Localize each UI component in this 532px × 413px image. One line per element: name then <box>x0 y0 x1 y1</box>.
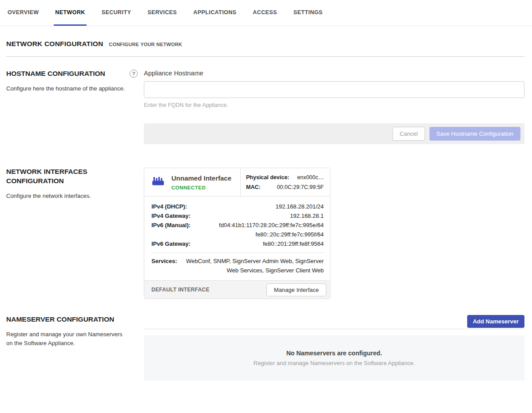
nameserver-empty-state: No Nameservers are configured. Register … <box>144 335 524 381</box>
hostname-configuration-section: HOSTNAME CONFIGURATION ? Configure here … <box>6 69 524 144</box>
ipv4-dhcp-row: IPv4 (DHCP): 192.168.28.201/24 <box>151 202 324 211</box>
card-body-divider <box>151 252 324 253</box>
services-value: WebConf, SNMP, SignServer Admin Web, Sig… <box>182 256 324 275</box>
hostname-section-title: HOSTNAME CONFIGURATION <box>6 69 105 79</box>
nameserver-section-description: Register and manage your own Nameservers… <box>6 330 130 348</box>
interfaces-section-description: Configure the network interfaces. <box>6 192 130 201</box>
interface-identity: Unnamed Interface CONNECTED <box>144 168 240 196</box>
top-tab-bar: OVERVIEW NETWORK SECURITY SERVICES APPLI… <box>0 0 532 26</box>
ipv6-gateway-row: IPv6 Gateway: fe80::201:29ff:fe8f:9564 <box>151 239 324 248</box>
tab-network[interactable]: NETWORK <box>54 0 86 26</box>
add-nameserver-button[interactable]: Add Nameserver <box>467 315 524 328</box>
tab-services[interactable]: SERVICES <box>146 0 178 26</box>
appliance-hostname-label: Appliance Hostname <box>144 70 203 77</box>
ipv6-gateway-value: fe80::201:29ff:fe8f:9564 <box>263 239 324 248</box>
ipv4-gateway-value: 192.168.28.1 <box>290 211 324 220</box>
ipv4-gateway-row: IPv4 Gateway: 192.168.28.1 <box>151 211 324 220</box>
hostname-action-bar: Cancel Save Hostname Configuration <box>144 123 524 144</box>
appliance-hostname-help: Enter the FQDN for the Appliance. <box>144 102 524 108</box>
ipv6-manual-row: IPv6 (Manual): fd04:41b1:1170:28:20c:29f… <box>151 220 324 239</box>
interface-card-footer: DEFAULT INTERFACE Manage Interface <box>144 280 330 299</box>
nameserver-section-title: NAMESERVER CONFIGURATION <box>6 315 144 324</box>
mac-label: MAC: <box>246 184 261 190</box>
interface-name: Unnamed Interface <box>171 174 231 182</box>
ipv6-manual-value-2: fe80::20c:29ff:fe7c:995f/64 <box>219 230 324 239</box>
default-interface-label: DEFAULT INTERFACE <box>151 287 210 293</box>
appliance-hostname-input[interactable] <box>144 81 524 98</box>
services-row: Services: WebConf, SNMP, SignServer Admi… <box>151 256 324 275</box>
interface-card: Unnamed Interface CONNECTED Physical dev… <box>144 168 330 299</box>
interface-card-body: IPv4 (DHCP): 192.168.28.201/24 IPv4 Gate… <box>144 197 330 280</box>
mac-row: MAC: 00:0C:29:7C:99:5F <box>246 184 324 190</box>
network-interface-icon <box>151 176 165 190</box>
nameserver-empty-title: No Nameservers are configured. <box>286 350 382 357</box>
ipv6-manual-value-1: fd04:41b1:1170:28:20c:29ff:fe7c:995e/64 <box>219 220 324 230</box>
hostname-section-right: Appliance Hostname Enter the FQDN for th… <box>144 69 524 144</box>
interfaces-section-left: NETWORK INTERFACES CONFIGURATION Configu… <box>6 167 144 299</box>
nameserver-section-right: Add Nameserver No Nameservers are config… <box>144 315 524 381</box>
nameserver-configuration-section: NAMESERVER CONFIGURATION Register and ma… <box>6 315 524 381</box>
help-icon[interactable]: ? <box>130 70 138 78</box>
ipv4-gateway-label: IPv4 Gateway: <box>151 211 191 220</box>
interface-device-info: Physical device: enx000c… MAC: 00:0C:29:… <box>240 168 330 196</box>
nameserver-empty-subtitle: Register and manage Nameservers on the S… <box>254 360 415 366</box>
save-hostname-button[interactable]: Save Hostname Configuration <box>429 127 520 141</box>
manage-interface-button[interactable]: Manage Interface <box>266 283 326 296</box>
mac-value: 00:0C:29:7C:99:5F <box>277 184 324 190</box>
tab-security[interactable]: SECURITY <box>100 0 132 26</box>
ipv4-dhcp-value: 192.168.28.201/24 <box>276 202 324 211</box>
tab-applications[interactable]: APPLICATIONS <box>192 0 238 26</box>
ipv6-manual-label: IPv6 (Manual): <box>151 220 191 239</box>
ipv4-dhcp-label: IPv4 (DHCP): <box>151 202 187 211</box>
hostname-section-left: HOSTNAME CONFIGURATION ? Configure here … <box>6 69 144 144</box>
cancel-button[interactable]: Cancel <box>393 127 425 141</box>
page-header: NETWORK CONFIGURATION CONFIGURE YOUR NET… <box>6 40 524 57</box>
tab-settings[interactable]: SETTINGS <box>292 0 324 26</box>
ipv6-manual-values: fd04:41b1:1170:28:20c:29ff:fe7c:995e/64 … <box>219 220 324 239</box>
nameserver-toolbar: Add Nameserver <box>144 315 524 329</box>
page-title: NETWORK CONFIGURATION <box>6 40 103 48</box>
physical-device-row: Physical device: enx000c… <box>246 174 324 181</box>
physical-device-label: Physical device: <box>246 174 289 181</box>
hostname-section-description: Configure here the hostname of the appli… <box>6 84 130 93</box>
interface-status-badge: CONNECTED <box>171 185 231 190</box>
services-label: Services: <box>151 256 177 275</box>
tab-access[interactable]: ACCESS <box>251 0 278 26</box>
tab-overview[interactable]: OVERVIEW <box>6 0 40 26</box>
interfaces-section-title: NETWORK INTERFACES CONFIGURATION <box>6 167 109 186</box>
network-interfaces-section: NETWORK INTERFACES CONFIGURATION Configu… <box>6 167 524 299</box>
interface-name-status: Unnamed Interface CONNECTED <box>171 174 231 190</box>
page-subtitle: CONFIGURE YOUR NETWORK <box>109 42 182 47</box>
interface-card-header: Unnamed Interface CONNECTED Physical dev… <box>144 168 330 197</box>
physical-device-value: enx000c… <box>297 174 324 181</box>
ipv6-gateway-label: IPv6 Gateway: <box>151 239 191 248</box>
interfaces-section-right: Unnamed Interface CONNECTED Physical dev… <box>144 167 524 299</box>
page-content: NETWORK CONFIGURATION CONFIGURE YOUR NET… <box>0 40 532 381</box>
nameserver-section-left: NAMESERVER CONFIGURATION Register and ma… <box>6 315 144 381</box>
